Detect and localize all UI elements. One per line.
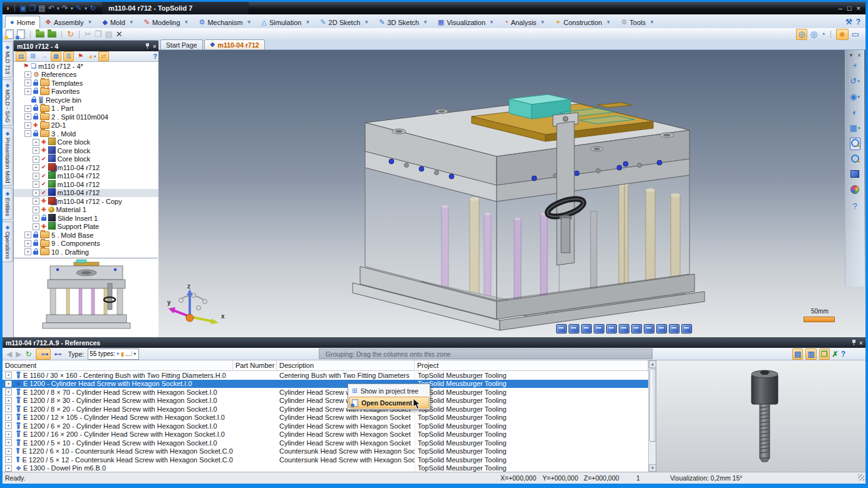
selection-links-icon[interactable]: ◎ — [798, 30, 805, 38]
row-expander[interactable]: + — [5, 380, 12, 387]
tab-construction[interactable]: ✦ Construction ▼ — [550, 16, 616, 28]
tree-expander[interactable]: + — [24, 231, 31, 238]
export-tree-icon[interactable]: ▤ — [16, 51, 26, 61]
swap-arrows-icon[interactable]: ⇄ — [98, 51, 109, 61]
side-tab-0[interactable]: ◆MLD 713 — [3, 41, 13, 78]
table-row[interactable]: +❖E 1200 - Cylinder Head Screw with Hexa… — [3, 380, 648, 389]
chevron-down-icon[interactable]: ▼ — [247, 19, 252, 25]
new-document-icon[interactable] — [6, 29, 14, 39]
refresh-icon[interactable]: ↻ — [90, 4, 96, 12]
mold-quick-tool-6-icon[interactable] — [619, 324, 629, 333]
mold-quick-tool-9-icon[interactable] — [656, 324, 667, 333]
tree-expander[interactable]: + — [33, 173, 39, 180]
side-tab-4[interactable]: ◆Operations — [3, 221, 13, 262]
references-pin-icon[interactable] — [852, 340, 856, 345]
table-row[interactable]: +E 1220 / 5 × 12 - Countersunk Head Scre… — [3, 455, 648, 464]
tab-analysis[interactable]: ◔ Analysis ▼ — [499, 16, 550, 28]
tree-expander[interactable]: + — [24, 240, 31, 247]
tab-tools[interactable]: ⚙ Tools ▼ — [616, 16, 659, 28]
tree-item[interactable]: +9 . Components — [14, 240, 159, 248]
row-expander[interactable]: + — [5, 397, 12, 404]
tree-item[interactable]: +Slide Insert 1 — [14, 214, 159, 223]
references-close-icon[interactable]: × — [859, 339, 863, 347]
chevron-down-icon[interactable]: ▼ — [305, 19, 310, 25]
tab-sketch-3d[interactable]: ✎ 3D Sketch ▼ — [374, 16, 433, 28]
tab-home[interactable]: ● Home — [5, 16, 40, 28]
chevron-down-icon[interactable]: ▼ — [129, 19, 134, 25]
tree-expander[interactable]: + — [33, 181, 39, 188]
column-header[interactable]: Project — [415, 360, 648, 370]
row-expander[interactable]: + — [5, 431, 12, 438]
redo-icon[interactable]: ↷ — [62, 4, 68, 12]
tree-expander[interactable]: − — [24, 130, 31, 137]
table-row[interactable]: +E 1200 / 12 × 105 - Cylinder Head Screw… — [3, 414, 648, 422]
tree-item[interactable]: ⚑❏m110 r712 - 4* — [14, 62, 159, 71]
tab-sketch-2d[interactable]: ✎ 2D Sketch ▼ — [315, 16, 374, 28]
reference-flat-icon[interactable]: ⊷ — [54, 350, 62, 358]
tree-item[interactable]: +✚Core block — [14, 138, 159, 147]
chevron-down-icon[interactable]: ▼ — [364, 19, 369, 25]
tree-item[interactable]: +✔m110-04 r712 — [14, 189, 159, 198]
mold-quick-tool-5-icon[interactable] — [606, 324, 617, 333]
expand-tree-icon[interactable]: ⊞ — [28, 52, 38, 61]
tree-expander[interactable]: + — [24, 105, 31, 112]
selection-links-multi-icon[interactable]: ◎ — [810, 30, 817, 38]
column-header[interactable]: Document — [3, 360, 233, 370]
column-header[interactable]: Description — [277, 360, 415, 370]
delete-icon[interactable]: ✕ — [116, 30, 123, 38]
tree-expander[interactable]: + — [33, 156, 39, 163]
tab-mechanism[interactable]: ⚙ Mechanism ▼ — [194, 16, 257, 28]
row-expander[interactable]: + — [5, 422, 12, 429]
tree-item[interactable]: +✚Support Plate — [14, 223, 159, 231]
mold-quick-tool-2-icon[interactable] — [569, 324, 579, 333]
grouping-zone[interactable]: Grouping: Drag the columns onto this zon… — [319, 348, 653, 359]
zoom-tool-icon[interactable] — [848, 153, 862, 166]
forward-icon[interactable]: ▶ — [16, 350, 21, 358]
tree-expander[interactable]: + — [33, 139, 39, 146]
tree-expander[interactable]: + — [33, 215, 39, 221]
tree-expander[interactable]: + — [24, 113, 31, 120]
tree-expander[interactable]: + — [24, 248, 31, 255]
recent-clock-icon[interactable]: ◔ — [820, 30, 825, 38]
locate-document-icon[interactable]: → — [39, 52, 49, 61]
row-expander[interactable]: + — [5, 456, 12, 463]
document-tab[interactable]: ❖m110-04 r712 — [204, 39, 265, 49]
resize-grip[interactable] — [858, 474, 864, 480]
topsolid-logo-icon[interactable]: ◗ — [6, 4, 10, 12]
user-face-icon[interactable]: ☻ — [838, 30, 847, 38]
tree-expander[interactable]: + — [24, 79, 31, 86]
side-tab-2[interactable]: ◆Présentation Mold — [3, 128, 13, 186]
row-expander[interactable]: + — [5, 465, 12, 472]
mold-quick-tool-11-icon[interactable] — [681, 324, 692, 333]
new-from-template-icon[interactable] — [17, 29, 25, 39]
refresh-references-icon[interactable]: ↻ — [25, 350, 31, 358]
close-panel-icon[interactable]: × — [153, 43, 157, 50]
redo-chevron[interactable]: ▾ — [71, 6, 73, 11]
help-annotations-icon[interactable]: ? — [848, 200, 862, 213]
pan-tool-icon[interactable]: + — [848, 59, 862, 72]
tree-item[interactable]: −3 . Mold — [14, 130, 159, 138]
row-expander[interactable]: + — [5, 439, 12, 446]
document-tab[interactable]: Start Page — [160, 39, 203, 49]
tree-item[interactable]: +1 . Part — [14, 104, 159, 113]
maximize-button[interactable]: □ — [847, 4, 852, 12]
viewport-layout-icon[interactable]: ▦▾ — [848, 121, 862, 135]
mold-quick-tool-10-icon[interactable] — [669, 324, 679, 333]
mold-quick-tool-7-icon[interactable] — [631, 324, 642, 333]
chevron-down-icon[interactable]: ▼ — [606, 19, 611, 25]
mold-quick-tool-1-icon[interactable] — [556, 324, 567, 333]
tree-item[interactable]: +✚2D-1 — [14, 121, 159, 130]
help-globe-icon[interactable]: ? — [856, 18, 860, 26]
panel-documents-view-icon[interactable]: ❐ — [821, 350, 828, 358]
tree-item[interactable]: +✚Core block — [14, 146, 159, 155]
print-icon[interactable]: ▤ — [38, 4, 45, 12]
chevron-down-icon[interactable]: ▼ — [88, 19, 93, 25]
row-expander[interactable]: + — [5, 372, 12, 379]
filter-stack-icon[interactable]: ☰ — [63, 51, 74, 61]
undo-chevron[interactable]: ▾ — [57, 6, 59, 11]
panel-tree-view-icon[interactable]: ▤ — [794, 350, 801, 358]
minimize-button[interactable]: – — [839, 4, 842, 12]
tree-item[interactable]: +2 . Split 0110m004 — [14, 113, 159, 121]
save-icon[interactable]: ▣ — [19, 4, 26, 12]
side-tab-3[interactable]: ◆Entities — [3, 188, 13, 220]
